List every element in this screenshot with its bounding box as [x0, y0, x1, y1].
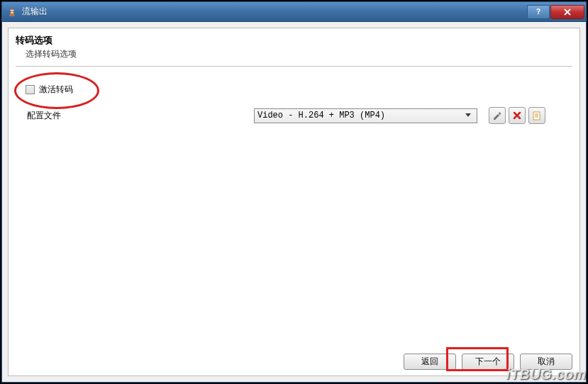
profile-select[interactable]: Video - H.264 + MP3 (MP4) [254, 108, 477, 123]
dialog-buttons: 返回 下一个 取消 [9, 349, 579, 371]
titlebar: 流输出 ? [2, 2, 586, 22]
activate-transcode-checkbox[interactable] [26, 85, 35, 94]
svg-rect-1 [11, 10, 14, 11]
section-header: 转码选项 选择转码选项 [9, 28, 579, 64]
separator [16, 66, 572, 67]
svg-text:?: ? [536, 9, 540, 16]
profile-toolbar [489, 107, 545, 124]
profile-label: 配置文件 [27, 110, 247, 122]
section-title: 转码选项 [16, 34, 572, 47]
delete-icon [513, 111, 521, 120]
edit-profile-button[interactable] [489, 107, 506, 124]
svg-rect-3 [9, 15, 15, 16]
delete-profile-button[interactable] [509, 107, 526, 124]
svg-rect-2 [11, 12, 13, 13]
window-buttons: ? [526, 5, 584, 19]
new-icon [532, 111, 542, 120]
inner-panel: 转码选项 选择转码选项 激活转码 配置文件 Video - H.264 + MP… [8, 28, 580, 376]
close-button[interactable] [550, 5, 584, 19]
vlc-icon [6, 6, 18, 18]
wrench-icon [492, 111, 502, 120]
content-area: 激活转码 配置文件 Video - H.264 + MP3 (MP4) [9, 71, 579, 349]
new-profile-button[interactable] [528, 107, 545, 124]
activate-transcode-row: 激活转码 [18, 74, 570, 107]
chevron-down-icon [462, 113, 474, 118]
window-title: 流输出 [22, 6, 526, 18]
svg-marker-0 [10, 8, 14, 15]
client-area: 转码选项 选择转码选项 激活转码 配置文件 Video - H.264 + MP… [2, 22, 586, 382]
activate-transcode-label: 激活转码 [39, 84, 73, 96]
cancel-button[interactable]: 取消 [520, 354, 572, 370]
svg-marker-7 [465, 113, 471, 117]
profile-select-value: Video - H.264 + MP3 (MP4) [257, 111, 462, 120]
dialog-window: 流输出 ? 转码选项 选择转码选项 激活转码 [1, 1, 587, 383]
help-button[interactable]: ? [527, 5, 550, 19]
section-subtitle: 选择转码选项 [16, 47, 572, 60]
next-button[interactable]: 下一个 [462, 354, 514, 370]
profile-row: 配置文件 Video - H.264 + MP3 (MP4) [18, 107, 570, 124]
back-button[interactable]: 返回 [404, 354, 456, 370]
